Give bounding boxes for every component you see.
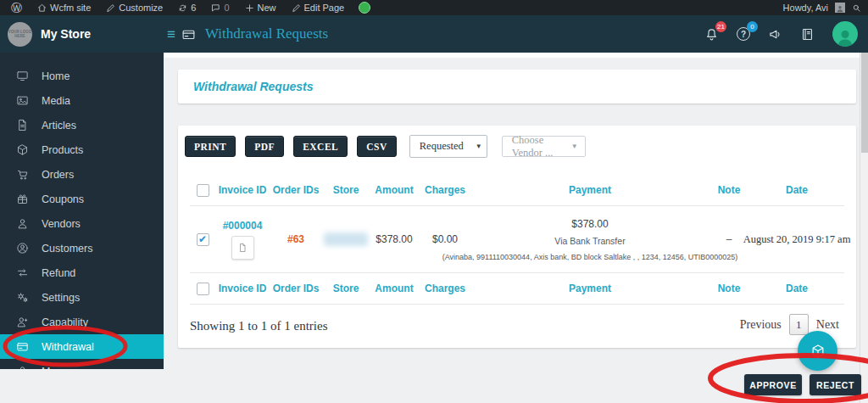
status-filter-value: Requested	[420, 140, 464, 153]
edit-pencil-icon	[292, 3, 301, 13]
sidebar-item-withdrawal[interactable]: Withdrawal	[0, 334, 164, 359]
document-icon	[237, 243, 248, 253]
col-note[interactable]: Note	[709, 184, 749, 196]
support-fab-button[interactable]	[798, 331, 837, 371]
col-invoice-id: Invoice ID	[215, 283, 270, 294]
edit-page-link[interactable]: Edit Page	[286, 0, 351, 15]
col-invoice-id[interactable]: Invoice ID	[215, 184, 270, 196]
updates-link[interactable]: 6	[172, 0, 202, 15]
amount-cell: $378.00	[370, 233, 419, 245]
vendor-person-icon	[16, 217, 29, 230]
sidebar-item-label: Media	[42, 95, 70, 107]
sidebar-item-customers[interactable]: Customers	[0, 236, 164, 260]
sidebar-item-settings[interactable]: Settings	[0, 285, 164, 310]
sidebar-item-orders[interactable]: Orders	[0, 162, 164, 187]
updates-count: 6	[191, 3, 196, 13]
sidebar-item-label: Managers	[42, 366, 89, 370]
sidebar-item-capability[interactable]: Capability	[0, 310, 164, 334]
capability-person-icon	[16, 316, 29, 328]
payment-method: Via Bank Transfer	[471, 236, 709, 246]
next-page-button[interactable]: Next	[813, 318, 843, 332]
col-charges[interactable]: Charges	[419, 184, 471, 196]
sidebar-item-vendors[interactable]: Vendors	[0, 211, 164, 236]
scrollbar-thumb[interactable]	[861, 53, 868, 153]
menu-toggle-icon[interactable]: ≡	[167, 27, 175, 42]
sidebar-item-label: Capability	[42, 316, 88, 328]
invoice-pdf-button[interactable]	[231, 236, 254, 260]
sidebar-item-media[interactable]: Media	[0, 88, 164, 113]
withdrawal-card-icon	[16, 340, 29, 353]
new-content-link[interactable]: New	[239, 0, 282, 15]
user-avatar[interactable]	[832, 21, 858, 47]
select-all-checkbox[interactable]: ✔	[197, 184, 209, 197]
sidebar-item-managers[interactable]: Managers	[0, 359, 164, 369]
customer-circle-icon	[16, 242, 29, 255]
select-all-checkbox-footer[interactable]: ✔	[197, 283, 209, 295]
sidebar-nav: Home Media Articles Products Orders Coup…	[0, 53, 164, 369]
col-amount[interactable]: Amount	[370, 184, 419, 196]
customize-link[interactable]: Customize	[100, 0, 169, 15]
search-icon[interactable]	[852, 3, 861, 13]
cart-icon	[16, 168, 29, 181]
heading-card: Withdrawal Requests	[178, 70, 856, 104]
site-name-label: Wcfm site	[50, 3, 91, 13]
csv-button[interactable]: CSV	[357, 136, 397, 157]
vendor-filter-placeholder: Choose Vendor ...	[512, 134, 559, 160]
col-order-ids[interactable]: Order IDs	[270, 184, 322, 196]
sidebar-item-label: Refund	[42, 267, 75, 279]
sidebar-item-products[interactable]: Products	[0, 137, 164, 162]
wp-logo-menu[interactable]: Ⓦ	[5, 0, 28, 15]
status-filter-select[interactable]: Requested ▼	[409, 135, 487, 158]
sidebar-item-label: Withdrawal	[42, 341, 94, 353]
sidebar-item-home[interactable]: Home	[0, 64, 164, 88]
export-toolbar: PRINT PDF EXCEL CSV Requested ▼ Choose V…	[185, 135, 586, 158]
sidebar-item-refund[interactable]: Refund	[0, 260, 164, 285]
reject-button[interactable]: REJECT	[810, 374, 861, 395]
notifications-bell-icon[interactable]: 21	[704, 27, 719, 42]
col-store[interactable]: Store	[322, 184, 370, 196]
vendor-filter-select[interactable]: Choose Vendor ... ▼	[502, 136, 586, 157]
new-label: New	[258, 3, 276, 13]
customize-label: Customize	[119, 3, 163, 13]
comments-link[interactable]: 0	[205, 0, 235, 15]
product-box-icon	[16, 143, 29, 156]
col-payment: Payment	[471, 283, 709, 294]
store-brand[interactable]: YOUR LOGO HERE My Store	[0, 22, 164, 47]
comments-count: 0	[224, 3, 229, 13]
date-cell: August 20, 2019 9:17 am	[739, 233, 854, 246]
row-checkbox[interactable]: ✔	[197, 233, 209, 246]
content-top-strip	[164, 53, 860, 58]
col-date[interactable]: Date	[749, 184, 844, 196]
pdf-button[interactable]: PDF	[245, 136, 284, 157]
excel-button[interactable]: EXCEL	[293, 136, 348, 157]
sidebar-item-label: Vendors	[42, 218, 81, 230]
sidebar-item-articles[interactable]: Articles	[0, 113, 164, 137]
sidebar-item-label: Articles	[42, 120, 76, 132]
withdrawal-table: ✔ Invoice ID Order IDs Store Amount Char…	[190, 175, 844, 305]
announcement-megaphone-icon[interactable]	[768, 27, 782, 42]
sidebar-item-label: Settings	[42, 292, 80, 304]
page-scrollbar[interactable]	[860, 53, 868, 403]
help-icon[interactable]: ? 0	[737, 27, 750, 41]
sidebar-item-coupons[interactable]: Coupons	[0, 187, 164, 211]
approve-button[interactable]: APPROVE	[744, 374, 802, 395]
col-payment[interactable]: Payment	[471, 184, 709, 196]
media-image-icon	[16, 94, 29, 107]
table-row: ✔ #000004 #63 $378.00 $0.00 $378.00 Via …	[190, 206, 844, 273]
site-name-link[interactable]: Wcfm site	[31, 0, 97, 15]
customize-pencil-icon	[106, 3, 115, 13]
wcfm-plugin-icon[interactable]	[359, 2, 370, 14]
col-store: Store	[322, 283, 370, 294]
previous-page-button[interactable]: Previous	[737, 318, 785, 332]
howdy-label[interactable]: Howdy, Avi	[783, 3, 828, 13]
print-button[interactable]: PRINT	[185, 136, 236, 157]
help-badge: 0	[747, 21, 758, 32]
order-id-link[interactable]: #63	[270, 233, 322, 245]
page-number-button[interactable]: 1	[789, 314, 809, 335]
wcfm-withdrawal-page: Ⓦ Wcfm site Customize 6 0 New	[0, 0, 868, 403]
notifications-badge: 21	[715, 21, 726, 32]
knowledgebase-book-icon[interactable]	[800, 27, 815, 42]
invoice-id-link[interactable]: #000004	[215, 220, 270, 232]
admin-avatar[interactable]	[835, 3, 845, 13]
sidebar-item-label: Home	[42, 70, 70, 82]
